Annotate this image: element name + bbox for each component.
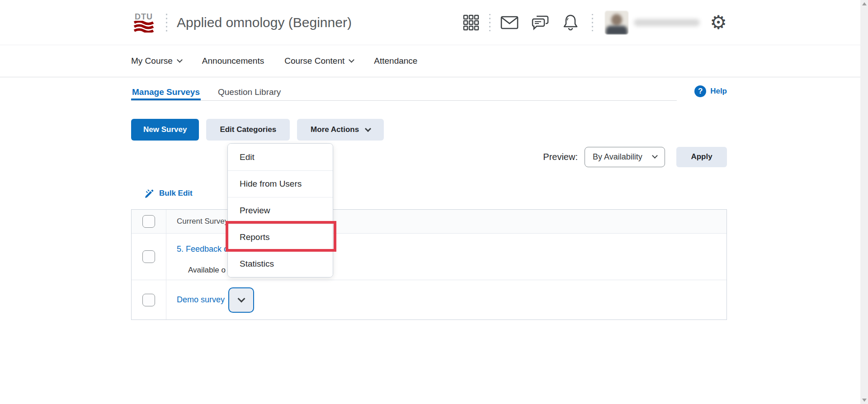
app-grid-icon (463, 14, 479, 31)
dtu-logo[interactable]: DTU (131, 13, 156, 33)
selected-option-label: By Availability (593, 152, 642, 162)
more-actions-label: More Actions (311, 125, 359, 134)
survey-actions-context-menu: Edit Hide from Users Preview Reports Sta… (227, 143, 333, 277)
menu-item-preview[interactable]: Preview (228, 197, 333, 224)
header-divider-dots (166, 12, 167, 33)
demo-survey-actions-button[interactable] (228, 287, 254, 313)
preview-label: Preview: (543, 152, 578, 162)
vertical-scrollbar[interactable] (860, 0, 868, 404)
surveys-toolbar: New Survey Edit Categories More Actions (131, 119, 727, 141)
row-checkbox[interactable] (142, 250, 155, 263)
nav-label: Announcements (202, 56, 264, 66)
apply-button[interactable]: Apply (676, 147, 727, 167)
bulk-edit-link[interactable]: Bulk Edit (144, 188, 193, 199)
mail-button[interactable] (500, 16, 519, 29)
app-grid-button[interactable] (463, 14, 479, 31)
new-survey-button[interactable]: New Survey (131, 119, 199, 141)
help-question-icon: ? (694, 85, 706, 97)
settings-gear-icon: ⚙ (710, 13, 727, 32)
more-actions-button[interactable]: More Actions (297, 119, 384, 141)
header-divider-dots (489, 14, 491, 31)
help-link[interactable]: ? Help (694, 85, 727, 97)
nav-label: Course Content (284, 56, 344, 66)
tab-question-library[interactable]: Question Library (217, 85, 282, 100)
table-row: Demo survey (132, 280, 726, 319)
pencil-icon (144, 188, 155, 199)
chevron-down-icon (177, 57, 183, 63)
scroll-down-arrow-icon[interactable] (862, 399, 867, 402)
nav-label: Attendance (374, 56, 417, 66)
header-divider-dots (592, 14, 593, 31)
surveys-tabbar: Manage Surveys Question Library (131, 85, 677, 101)
chat-icon (531, 14, 549, 31)
nav-item-attendance[interactable]: Attendance (374, 56, 417, 66)
nav-label: My Course (131, 56, 173, 66)
nav-item-course-content[interactable]: Course Content (284, 56, 354, 66)
chevron-down-icon (237, 295, 245, 302)
select-all-checkbox[interactable] (142, 215, 155, 228)
preview-controls: Preview: By Availability Apply (131, 146, 727, 167)
scroll-up-arrow-icon[interactable] (862, 2, 867, 5)
table-row: 5. Feedback o Available o (132, 233, 726, 280)
help-label: Help (710, 87, 727, 96)
preview-availability-select[interactable]: By Availability (585, 147, 665, 167)
bell-icon (562, 14, 579, 31)
top-header-bar: DTU Applied omnology (Beginner) (0, 0, 868, 45)
surveys-table: Current Surveys 5. Feedback o Available … (131, 209, 727, 320)
page-title: Applied omnology (Beginner) (177, 15, 457, 30)
settings-button[interactable]: ⚙ (710, 13, 727, 32)
chevron-down-icon (365, 125, 371, 132)
mail-icon (500, 16, 519, 29)
edit-categories-button[interactable]: Edit Categories (206, 119, 290, 141)
menu-item-reports[interactable]: Reports (228, 224, 333, 250)
dtu-logo-waves-icon (133, 21, 154, 33)
column-header-current-surveys: Current Surveys (177, 217, 232, 226)
user-name-redacted[interactable] (634, 19, 700, 26)
menu-item-hide-from-users[interactable]: Hide from Users (228, 170, 333, 197)
course-navbar: My Course Announcements Course Content A… (0, 45, 868, 77)
chevron-down-icon (652, 153, 658, 159)
notifications-button[interactable] (562, 14, 579, 31)
bulk-edit-label: Bulk Edit (159, 189, 193, 198)
survey-link-demo-survey[interactable]: Demo survey (177, 295, 225, 305)
chat-button[interactable] (531, 14, 549, 31)
tab-manage-surveys[interactable]: Manage Surveys (131, 85, 201, 100)
nav-item-my-course[interactable]: My Course (131, 56, 182, 66)
menu-item-edit[interactable]: Edit (228, 144, 333, 170)
nav-item-announcements[interactable]: Announcements (202, 56, 264, 66)
dtu-logo-text: DTU (135, 13, 153, 21)
table-header-row: Current Surveys (132, 210, 726, 233)
user-avatar[interactable] (605, 11, 628, 34)
survey-link-feedback[interactable]: 5. Feedback o (177, 244, 228, 254)
chevron-down-icon (349, 57, 354, 63)
row-checkbox[interactable] (142, 294, 155, 306)
menu-item-statistics[interactable]: Statistics (228, 250, 333, 277)
